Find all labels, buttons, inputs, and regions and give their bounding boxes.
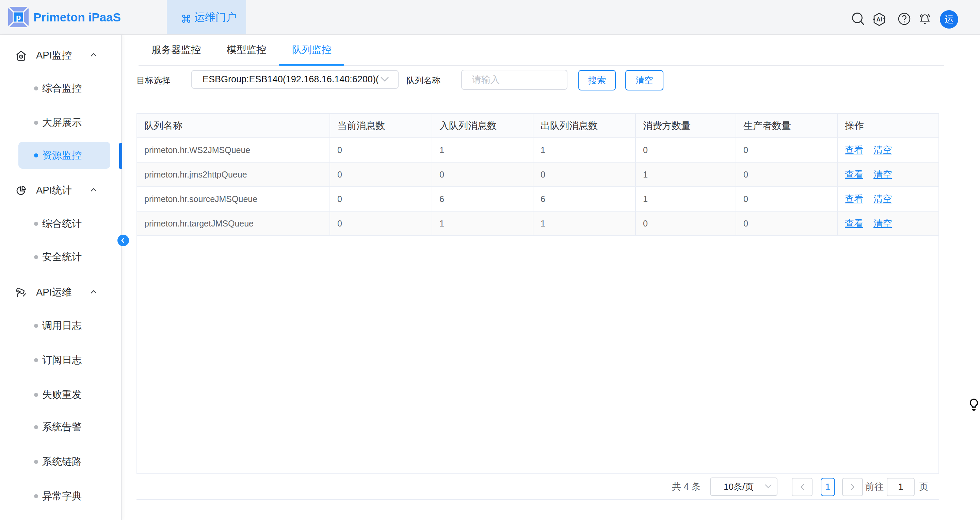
- svg-text:p: p: [16, 13, 21, 22]
- svg-text:AI: AI: [877, 16, 882, 23]
